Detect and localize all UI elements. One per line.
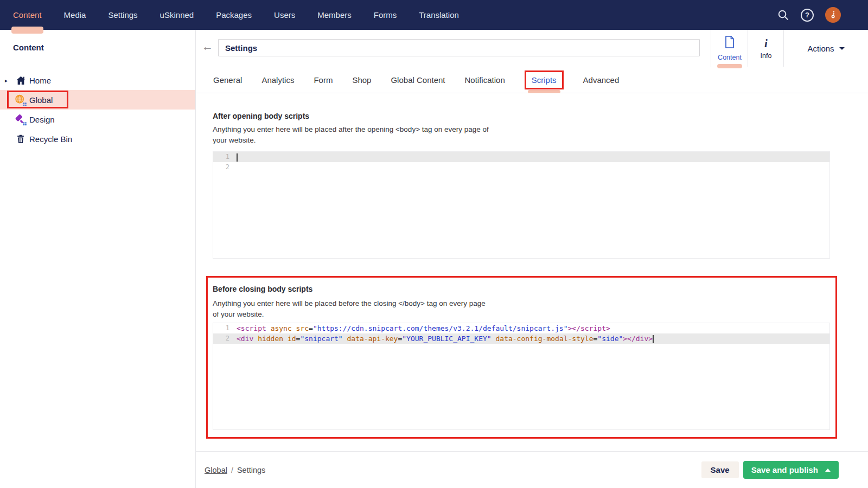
breadcrumb-separator: / <box>231 466 233 474</box>
code-line-2[interactable]: 2<div hidden id="snipcart" data-api-key=… <box>213 333 829 344</box>
save-and-publish-button[interactable]: Save and publish <box>743 461 839 479</box>
section-heading-before-closing: Before closing body scripts <box>213 285 312 293</box>
info-icon: i <box>764 37 768 49</box>
nav-item-label: Members <box>317 10 352 20</box>
sidebar-item-label: Design <box>29 115 55 124</box>
tab-analytics[interactable]: Analytics <box>261 75 294 85</box>
description-line: Anything you enter here will be placed a… <box>213 124 489 135</box>
chevron-down-icon <box>839 47 845 50</box>
line-number: 2 <box>213 162 237 172</box>
sidebar-item-home[interactable]: ▸Home <box>0 70 195 90</box>
nav-item-label: Forms <box>374 10 397 20</box>
text-cursor <box>653 335 654 343</box>
nav-item-label: Packages <box>216 10 252 20</box>
annotation-box-before-closing-section: Before closing body scripts Anything you… <box>206 276 837 439</box>
tab-advanced[interactable]: Advanced <box>583 75 620 85</box>
top-nav-right: ? <box>777 7 868 23</box>
help-icon[interactable]: ? <box>801 9 814 22</box>
breadcrumb: Global / Settings <box>205 466 265 474</box>
nav-item-label: uSkinned <box>160 10 194 20</box>
top-nav-items: ContentMediaSettingsuSkinnedPackagesUser… <box>0 0 459 30</box>
nav-item-media[interactable]: Media <box>64 0 86 30</box>
tab-notification[interactable]: Notification <box>465 75 505 85</box>
nav-item-users[interactable]: Users <box>274 0 295 30</box>
section-description-after-opening: Anything you enter here will be placed a… <box>213 124 489 145</box>
info-app-tab-label: Info <box>761 52 772 60</box>
search-icon[interactable] <box>777 9 789 21</box>
info-app-tab[interactable]: i Info <box>748 30 784 67</box>
sidebar-item-recycle-bin[interactable]: Recycle Bin <box>0 129 195 149</box>
code-text <box>237 152 238 162</box>
tab-label: Analytics <box>261 75 294 85</box>
actions-button[interactable]: Actions <box>783 30 868 67</box>
save-button[interactable]: Save <box>701 461 739 478</box>
tab-global-content[interactable]: Global Content <box>391 75 445 85</box>
code-line-2[interactable]: 2 <box>213 162 829 172</box>
section-heading-after-opening: After opening body scripts <box>213 112 309 120</box>
sidebar-item-design[interactable]: Design <box>0 110 195 129</box>
nav-item-forms[interactable]: Forms <box>374 0 397 30</box>
title-input[interactable] <box>218 39 700 56</box>
back-button[interactable]: ← <box>202 41 213 52</box>
nav-item-uskinned[interactable]: uSkinned <box>160 0 194 30</box>
description-line: of your website. <box>213 309 486 320</box>
home-icon <box>15 74 27 86</box>
code-line-1[interactable]: 1<script async src="https://cdn.snipcart… <box>213 323 829 333</box>
line-number: 1 <box>213 152 237 162</box>
paint-icon <box>15 113 27 125</box>
nav-item-settings[interactable]: Settings <box>108 0 137 30</box>
sidebar-item-label: Recycle Bin <box>29 134 72 144</box>
nav-item-packages[interactable]: Packages <box>216 0 252 30</box>
content-app-tab[interactable]: Content <box>711 30 748 67</box>
active-nav-pill <box>11 27 43 34</box>
save-and-publish-label: Save and publish <box>751 465 818 474</box>
tab-label: Form <box>314 75 333 85</box>
tab-shop[interactable]: Shop <box>352 75 371 85</box>
main-panel: ← Content i Info Actions GeneralAnalytic… <box>195 30 868 488</box>
nav-item-label: Content <box>13 10 42 20</box>
nav-item-label: Users <box>274 10 295 20</box>
breadcrumb-current: Settings <box>237 466 265 474</box>
nav-item-members[interactable]: Members <box>317 0 352 30</box>
code-line-1[interactable]: 1 <box>213 152 829 162</box>
tab-label: Global Content <box>391 75 445 85</box>
tab-label: Advanced <box>583 75 620 85</box>
code-editor-after-opening[interactable]: 12 <box>213 151 830 259</box>
code-editor-before-closing[interactable]: 1<script async src="https://cdn.snipcart… <box>213 323 830 430</box>
tab-label: General <box>213 75 242 85</box>
avatar[interactable] <box>825 7 841 23</box>
tab-label: Scripts <box>532 75 557 85</box>
tab-label: Notification <box>465 75 505 85</box>
chevron-up-icon <box>825 468 831 472</box>
nav-item-content[interactable]: Content <box>13 0 42 30</box>
actions-label: Actions <box>807 44 834 53</box>
document-icon <box>724 35 735 51</box>
line-number: 1 <box>213 323 237 333</box>
tab-general[interactable]: General <box>213 75 242 85</box>
footer-buttons: Save Save and publish <box>701 461 868 479</box>
description-line: your website. <box>213 135 489 146</box>
code-text: <div hidden id="snipcart" data-api-key="… <box>237 333 654 344</box>
footer-bar: Global / Settings Save Save and publish <box>195 451 868 488</box>
sidebar-item-label: Home <box>29 76 51 85</box>
tab-scripts[interactable]: Scripts <box>525 70 564 89</box>
sidebar-item-global[interactable]: Global <box>0 90 195 110</box>
nav-item-label: Settings <box>108 10 137 20</box>
content-tree: ▸HomeGlobalDesignRecycle Bin <box>0 70 195 149</box>
breadcrumb-link-global[interactable]: Global <box>205 466 227 474</box>
tab-form[interactable]: Form <box>314 75 333 85</box>
top-nav: ContentMediaSettingsuSkinnedPackagesUser… <box>0 0 868 30</box>
expand-caret-icon[interactable]: ▸ <box>5 78 8 84</box>
nav-item-label: Translation <box>419 10 459 20</box>
section-description-before-closing: Anything you enter here will be placed b… <box>213 298 486 319</box>
description-line: Anything you enter here will be placed b… <box>213 298 486 309</box>
sidebar-section-title: Content <box>13 43 195 52</box>
globe-icon <box>15 94 27 106</box>
nav-item-translation[interactable]: Translation <box>419 0 459 30</box>
content-app-tab-label: Content <box>718 54 742 61</box>
line-number: 2 <box>213 333 237 344</box>
code-text: <script async src="https://cdn.snipcart.… <box>237 323 610 333</box>
sidebar-item-label: Global <box>29 95 53 105</box>
active-tab-pill <box>528 90 560 93</box>
tab-label: Shop <box>352 75 371 85</box>
